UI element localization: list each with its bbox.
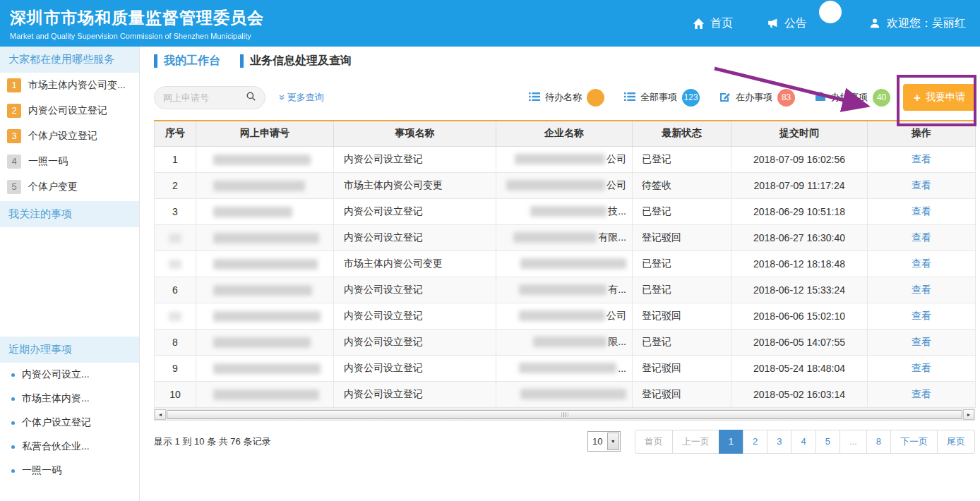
bullet-icon (11, 445, 15, 449)
cell-submit-time: 2018-07-09 16:02:56 (731, 146, 868, 172)
sidebar-item-recent[interactable]: 市场主体内资... (0, 387, 139, 411)
page-button-1[interactable]: 1 (719, 430, 743, 454)
tab-business-info-label: 业务信息处理及查询 (250, 54, 352, 68)
cell-status: 登记驳回 (633, 355, 731, 381)
company-suffix: 公司 (606, 310, 626, 322)
dropdown-arrow-icon[interactable]: ▼ (607, 433, 619, 450)
sidebar-item-label: 个体户设立登记 (28, 130, 97, 143)
tab-my-workbench[interactable]: 我的工作台 (154, 54, 220, 68)
view-link[interactable]: 查看 (912, 231, 931, 243)
view-link[interactable]: 查看 (912, 388, 931, 399)
cell-item-name: 内资公司设立登记 (334, 198, 496, 224)
cell-company-name: 公司 (496, 146, 633, 172)
rank-badge: 5 (7, 180, 21, 194)
page-button-下一页[interactable]: 下一页 (890, 430, 938, 454)
sidebar-item-service[interactable]: 2内资公司设立登记 (0, 98, 139, 123)
sidebar-item-recent[interactable]: 个体户设立登记 (0, 411, 139, 435)
cell-status: 登记驳回 (633, 224, 731, 250)
page-button-首页: 首页 (635, 430, 673, 454)
tab-business-info[interactable]: 业务信息处理及查询 (240, 54, 352, 68)
filter-办结事项[interactable]: 办结事项40 (815, 89, 890, 107)
view-link[interactable]: 查看 (912, 205, 931, 217)
rank-badge: 1 (7, 78, 21, 92)
page-button-2[interactable]: 2 (743, 430, 767, 454)
cell-action: 查看 (868, 250, 976, 277)
page-button-8[interactable]: 8 (866, 430, 891, 454)
scrollbar-grip (561, 412, 568, 417)
cell-seq: 8 (155, 329, 196, 355)
search-box[interactable] (154, 86, 265, 109)
applications-table: 序号网上申请号事项名称企业名称最新状态提交时间操作 1内资公司设立登记公司已登记… (154, 120, 976, 408)
cell-company-name: 公司 (496, 303, 633, 329)
page-button-4[interactable]: 4 (791, 430, 815, 454)
sidebar-followed-title: 我关注的事项 (0, 201, 139, 227)
sidebar-item-recent[interactable]: 一照一码 (0, 459, 139, 483)
table-row: 1内资公司设立登记公司已登记2018-07-09 16:02:56查看 (155, 146, 976, 172)
apply-button[interactable]: + 我要申请 (903, 84, 976, 111)
cell-action: 查看 (868, 146, 976, 172)
view-link[interactable]: 查看 (912, 284, 931, 295)
company-suffix: 限... (608, 336, 626, 349)
filter-待办名称[interactable]: 待办名称 (529, 89, 604, 107)
cell-apply-no (196, 250, 334, 277)
redacted-company (520, 258, 626, 269)
page-button-上一页: 上一页 (672, 430, 719, 454)
popular-services-list: 1市场主体内资公司变...2内资公司设立登记3个体户设立登记4一照一码5个体户变… (0, 73, 139, 200)
filter-在办事项[interactable]: 在办事项83 (719, 89, 795, 107)
view-link[interactable]: 查看 (912, 362, 931, 373)
page-button-5[interactable]: 5 (815, 430, 840, 454)
page-button-3[interactable]: 3 (767, 430, 791, 454)
sidebar-popular-title: 大家都在使用哪些服务 (0, 47, 139, 73)
recent-items-list: 内资公司设立...市场主体内资...个体户设立登记私营合伙企业...一照一码 (0, 363, 139, 483)
cell-submit-time: 2018-05-24 18:48:04 (731, 355, 868, 381)
cell-apply-no (196, 329, 334, 355)
sidebar-item-service[interactable]: 5个体户变更 (0, 174, 139, 200)
sidebar-item-label: 内资公司设立登记 (28, 104, 107, 117)
scroll-left-button[interactable]: ◄ (155, 409, 166, 420)
view-link[interactable]: 查看 (912, 258, 931, 269)
cell-apply-no (196, 224, 334, 250)
sidebar-item-service[interactable]: 1市场主体内资公司变... (0, 73, 139, 98)
redacted-company (530, 206, 606, 217)
more-query-link[interactable]: » 更多查询 (280, 91, 324, 104)
nav-home[interactable]: 首页 (693, 16, 733, 31)
filter-count-badge: 123 (682, 89, 700, 107)
search-icon[interactable] (246, 91, 256, 104)
scroll-right-button[interactable]: ► (963, 409, 974, 420)
sidebar-item-recent[interactable]: 私营合伙企业... (0, 435, 139, 459)
redacted-company (519, 310, 605, 321)
filter-全部事项[interactable]: 全部事项123 (624, 89, 700, 107)
sidebar-item-service[interactable]: 4一照一码 (0, 149, 139, 174)
sidebar-item-service[interactable]: 3个体户设立登记 (0, 123, 139, 149)
company-content (502, 258, 626, 269)
company-suffix: ... (618, 363, 626, 374)
column-header: 操作 (868, 121, 976, 146)
view-link[interactable]: 查看 (912, 179, 931, 191)
cell-apply-no (196, 146, 334, 172)
cell-status: 已登记 (633, 277, 731, 303)
cell-seq: 3 (155, 198, 196, 224)
sidebar-item-label: 一照一码 (28, 155, 68, 168)
sidebar-item-label: 市场主体内资公司变... (28, 79, 126, 92)
search-input[interactable] (163, 92, 246, 103)
horizontal-scrollbar[interactable]: ◄ ► (154, 409, 975, 421)
more-query-label: 更多查询 (287, 91, 324, 104)
cell-company-name: 限... (496, 329, 633, 355)
view-link[interactable]: 查看 (912, 310, 931, 321)
column-header: 提交时间 (731, 121, 868, 146)
page-button-尾页[interactable]: 尾页 (937, 430, 975, 454)
redacted-apply-no (213, 311, 321, 322)
site-title: 深圳市市场和质量监督管理委员会 (10, 7, 264, 29)
redacted-apply-no (213, 207, 292, 217)
list-icon (529, 91, 540, 104)
page-size-select[interactable]: 10 ▼ (587, 431, 621, 452)
scrollbar-thumb[interactable] (167, 410, 962, 419)
sidebar-item-recent[interactable]: 内资公司设立... (0, 363, 139, 387)
company-suffix: 公司 (606, 179, 626, 192)
cell-status: 已登记 (633, 329, 731, 355)
user-welcome[interactable]: 欢迎您：吴丽红 (869, 16, 966, 31)
view-link[interactable]: 查看 (912, 336, 931, 347)
view-link[interactable]: 查看 (912, 153, 931, 164)
redacted-seq (169, 260, 181, 269)
nav-announcements[interactable]: 公告 (767, 16, 807, 31)
